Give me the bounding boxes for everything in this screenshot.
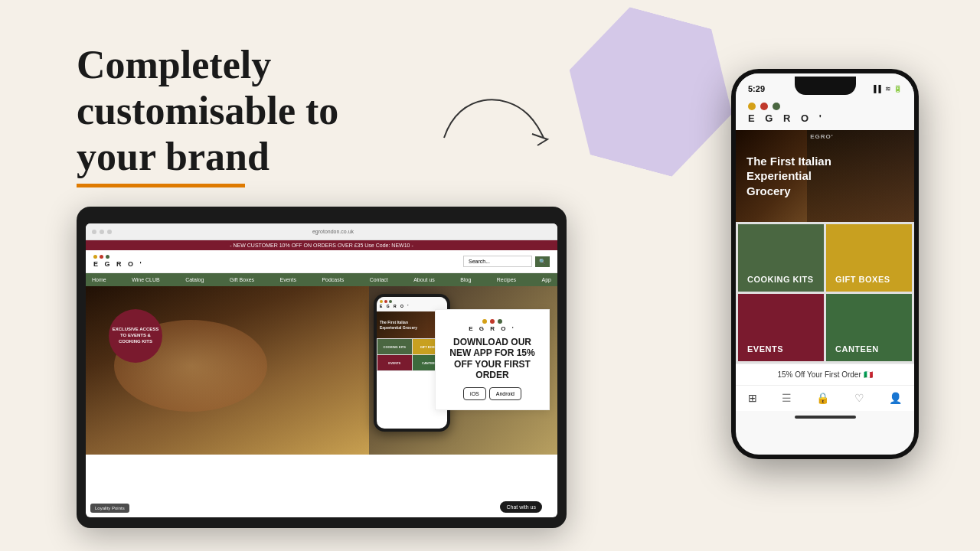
tablet-header: E G R O ' Search... 🔍 xyxy=(86,250,557,273)
tablet-url: egrotondon.co.uk xyxy=(115,229,551,234)
gift-boxes-label: GIFT BOXES xyxy=(835,275,890,284)
chat-button[interactable]: Chat with us xyxy=(500,501,542,513)
phone-dot-green xyxy=(773,103,780,110)
download-buttons: iOS Android xyxy=(445,387,540,400)
phone-brand-name: E G R O ' xyxy=(748,112,902,124)
tdp-logo: E G R O ' xyxy=(445,319,540,332)
tablet-search-button[interactable]: 🔍 xyxy=(535,256,550,267)
nav-podcasts[interactable]: Podcasts xyxy=(322,277,344,282)
phone-brand-header: E G R O ' xyxy=(736,96,914,130)
bg-purple-hexagon xyxy=(550,0,752,187)
egro-dot-green xyxy=(106,255,109,259)
tdp-brand-name: E G R O ' xyxy=(469,325,515,332)
nav-about[interactable]: About us xyxy=(413,277,435,282)
tdp-dot-green xyxy=(498,319,502,324)
tablet-download-panel: E G R O ' DOWNLOAD OUR NEW APP FOR 15% O… xyxy=(435,309,550,410)
phone-notch xyxy=(795,77,856,95)
nav-home[interactable]: Home xyxy=(92,277,106,282)
tablet-search-area: Search... 🔍 xyxy=(463,256,550,267)
phone-mockup: 5:29 ▌▌ ≋ 🔋 E G R O ' EGRO' The First It… xyxy=(731,69,919,459)
nav-home-icon[interactable]: ⊞ xyxy=(748,392,757,405)
nav-app[interactable]: App xyxy=(542,277,551,282)
nav-list-icon[interactable]: ☰ xyxy=(782,392,792,405)
phone-cell-cooking-kits[interactable]: COOKING KITS xyxy=(738,224,824,292)
phone-status-icons: ▌▌ ≋ 🔋 xyxy=(874,85,902,93)
phone-screen: 5:29 ▌▌ ≋ 🔋 E G R O ' EGRO' The First It… xyxy=(736,73,914,455)
tablet-badge: EXCLUSIVE ACCESS TO EVENTS & COOKING KIT… xyxy=(109,309,162,363)
egro-name-tablet: E G R O ' xyxy=(93,260,144,268)
tdp-dots xyxy=(482,319,502,324)
tablet-hero: EXCLUSIVE ACCESS TO EVENTS & COOKING KIT… xyxy=(86,286,557,455)
phone-dot-red xyxy=(760,103,768,110)
nav-catalog[interactable]: Catalog xyxy=(185,277,204,282)
phone-time: 5:29 xyxy=(748,84,765,93)
nav-heart-icon[interactable]: ♡ xyxy=(854,392,864,405)
nav-user-icon[interactable]: 👤 xyxy=(889,392,902,405)
nav-contact[interactable]: Contact xyxy=(370,277,388,282)
events-label: EVENTS xyxy=(747,344,783,354)
tab-dot-2 xyxy=(100,230,104,234)
egro-dot-yellow xyxy=(93,255,97,259)
nav-lock-icon[interactable]: 🔒 xyxy=(816,392,829,405)
phone-cell-canteen[interactable]: CANTEEN xyxy=(826,294,912,361)
tablet-browser-bar: egrotondon.co.uk xyxy=(86,223,557,240)
tdp-dot-yellow xyxy=(482,319,487,324)
cooking-kits-label: COOKING KITS xyxy=(747,275,814,284)
phone-egro-dots xyxy=(748,103,902,110)
ios-button[interactable]: iOS xyxy=(463,387,486,400)
phone-bottom-nav: ⊞ ☰ 🔒 ♡ 👤 xyxy=(736,385,914,411)
tablet-announcement: - NEW CUSTOMER 10% OFF ON ORDERS OVER £3… xyxy=(86,240,557,250)
tablet-screen: egrotondon.co.uk - NEW CUSTOMER 10% OFF … xyxy=(86,223,557,517)
arrow-decoration xyxy=(413,77,567,199)
egro-dot-red xyxy=(100,255,103,259)
home-indicator-bar xyxy=(795,416,856,419)
tablet-badge-text: EXCLUSIVE ACCESS TO EVENTS & COOKING KIT… xyxy=(109,327,162,344)
phone-hero-text: The First ItalianExperientialGrocery xyxy=(746,154,831,199)
canteen-label: CANTEEN xyxy=(835,344,879,354)
tablet-nav: Home Wine CLUB Catalog Gift Boxes Events… xyxy=(86,273,557,286)
egro-dots-tablet xyxy=(93,255,109,259)
android-button[interactable]: Android xyxy=(489,387,521,400)
phone-cell-gift-boxes[interactable]: GIFT BOXES xyxy=(826,224,912,292)
phone-cell-events[interactable]: EVENTS xyxy=(738,294,824,361)
headline-section: Completely customisable to your brand xyxy=(77,42,338,187)
phone-menu-grid: COOKING KITS GIFT BOXES EVENTS CANTEEN xyxy=(736,222,914,364)
phone-dot-yellow xyxy=(748,103,756,110)
headline-underline xyxy=(77,184,245,187)
tab-dot-1 xyxy=(92,230,96,234)
nav-gift-boxes[interactable]: Gift Boxes xyxy=(230,277,254,282)
headline-text: Completely customisable to your brand xyxy=(77,42,338,179)
nav-wine-club[interactable]: Wine CLUB xyxy=(132,277,160,282)
tablet-search-box[interactable]: Search... xyxy=(463,256,532,267)
nav-blog[interactable]: Blog xyxy=(460,277,471,282)
phone-hero-image: EGRO' The First ItalianExperientialGroce… xyxy=(736,130,914,222)
download-headline: DOWNLOAD OUR NEW APP FOR 15% OFF YOUR FI… xyxy=(445,337,540,381)
egro-logo-tablet: E G R O ' xyxy=(93,255,144,268)
phone-promo-bar: 15% Off Your First Order 🇮🇹 xyxy=(736,364,914,385)
tdp-dot-red xyxy=(490,319,495,324)
nav-recipes[interactable]: Recipes xyxy=(497,277,516,282)
loyalty-badge: Loyality Points xyxy=(90,504,129,513)
nav-events[interactable]: Events xyxy=(280,277,296,282)
tablet-mockup: egrotondon.co.uk - NEW CUSTOMER 10% OFF … xyxy=(77,207,567,528)
tab-dot-3 xyxy=(107,230,112,234)
phone-home-indicator xyxy=(736,411,914,422)
